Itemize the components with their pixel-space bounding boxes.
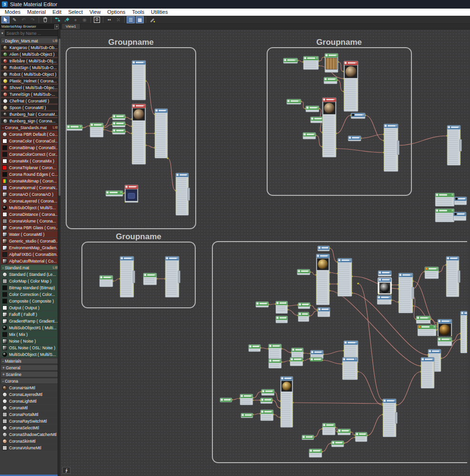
- list-item[interactable]: Composite ( Composite ): [0, 298, 60, 304]
- list-item[interactable]: CoronaSelectMtl: [0, 425, 60, 431]
- material-node[interactable]: [446, 256, 460, 297]
- material-node[interactable]: [322, 98, 336, 157]
- tab-view1[interactable]: View1: [61, 24, 80, 29]
- list-item[interactable]: MultiSubObject#1 ( Multi...: [0, 324, 60, 331]
- map-node[interactable]: [298, 312, 309, 322]
- list-item[interactable]: GradientRamp ( Gradient...: [0, 318, 60, 324]
- map-node[interactable]: [303, 132, 316, 139]
- render-map-button[interactable]: ↶: [20, 16, 28, 23]
- map-node[interactable]: [240, 394, 253, 405]
- map-node[interactable]: [435, 193, 454, 206]
- list-item[interactable]: AlphaFIXBG ( CoronaBitm...: [0, 251, 60, 257]
- list-item[interactable]: Noise ( Noise ): [0, 338, 60, 344]
- list-item[interactable]: Falloff ( Falloff ): [0, 311, 60, 317]
- map-node[interactable]: [106, 191, 123, 196]
- assign-material-to-selection-button[interactable]: [62, 16, 70, 23]
- map-node[interactable]: [143, 273, 157, 285]
- map-node[interactable]: [435, 209, 454, 222]
- section-header--standard-mat[interactable]: - Standard.matLIB: [0, 264, 60, 271]
- move-children-button[interactable]: [53, 16, 61, 23]
- material-node[interactable]: [176, 173, 190, 215]
- map-node[interactable]: [425, 267, 439, 279]
- menu-modes[interactable]: Modes: [1, 9, 24, 16]
- search-input[interactable]: [5, 30, 60, 36]
- list-item[interactable]: CoronaSkinMtl: [0, 438, 60, 444]
- list-item[interactable]: CoronaMultimap ( Coron...: [0, 178, 60, 184]
- list-item[interactable]: thunberg_hair ( CoronaM...: [0, 111, 60, 117]
- menu-utilities[interactable]: Utilities: [148, 9, 171, 16]
- map-node[interactable]: [241, 413, 253, 418]
- material-node[interactable]: [383, 399, 398, 437]
- list-item[interactable]: CoronaTriplanar ( Coron...: [0, 164, 60, 171]
- map-node[interactable]: [438, 337, 452, 346]
- map-node[interactable]: [310, 117, 324, 123]
- section-header--dagfinn-mars-mat[interactable]: - Dagfinn_Mars.matLIB: [0, 38, 60, 44]
- list-item[interactable]: Corona PBR Glass ( Coro...: [0, 224, 60, 231]
- list-item[interactable]: TunnelSign ( Multi/Sub-...: [0, 91, 60, 97]
- material-node[interactable]: [351, 113, 365, 119]
- material-node[interactable]: [348, 136, 361, 141]
- delete-selected-button[interactable]: [41, 16, 49, 23]
- list-item[interactable]: CoronaVolumeMtl: [0, 445, 60, 451]
- browser-options-dropdown-icon[interactable]: ▾: [54, 24, 59, 29]
- map-node[interactable]: [220, 398, 232, 402]
- map-node[interactable]: [338, 429, 350, 435]
- material-node[interactable]: [399, 273, 414, 313]
- binoculars-icon[interactable]: ∳: [62, 467, 70, 474]
- list-item[interactable]: trillebåre ( Multi/Sub-Obj...: [0, 58, 60, 64]
- map-node[interactable]: [291, 348, 303, 359]
- list-item[interactable]: CoronaLightMtl: [0, 398, 60, 404]
- list-item[interactable]: CoronaLayered ( Corona...: [0, 198, 60, 204]
- group-label[interactable]: Groupname: [108, 38, 153, 47]
- pick-material-button[interactable]: ✎: [10, 16, 19, 23]
- section-header--materials[interactable]: - Materials: [0, 358, 60, 364]
- list-item[interactable]: Shovel ( Multi/Sub-Objec...: [0, 84, 60, 91]
- map-node[interactable]: [309, 449, 322, 457]
- select-tool-button[interactable]: [1, 16, 10, 23]
- section-header--corona-standards-mat[interactable]: - Corona_Standards.matLIB: [0, 124, 60, 131]
- menu-options[interactable]: Options: [104, 9, 129, 16]
- map-node[interactable]: [297, 269, 310, 275]
- menu-tools[interactable]: Tools: [129, 9, 148, 16]
- map-node[interactable]: [310, 357, 322, 362]
- material-node[interactable]: [338, 258, 352, 296]
- material-node[interactable]: [342, 357, 358, 380]
- map-node[interactable]: [298, 303, 310, 309]
- list-item[interactable]: CoronaDistance ( Corona...: [0, 211, 60, 217]
- map-node[interactable]: [269, 344, 281, 359]
- list-item[interactable]: MultiSubObject ( Multi/S...: [0, 351, 60, 357]
- show-shaded-material-button[interactable]: ●: [71, 16, 80, 23]
- chevron-down-icon[interactable]: ▾: [1, 31, 3, 35]
- section-header--scanline[interactable]: + Scanline: [0, 371, 60, 377]
- material-node[interactable]: [377, 295, 391, 304]
- list-item[interactable]: MultiSubObject ( Multi/S...: [0, 204, 60, 211]
- material-node[interactable]: [453, 212, 466, 221]
- menu-edit[interactable]: Edit: [49, 9, 65, 16]
- list-item[interactable]: EnvironmentMap_Gradien...: [0, 244, 60, 251]
- map-node[interactable]: [324, 77, 337, 84]
- map-node[interactable]: [256, 302, 269, 307]
- material-node[interactable]: [280, 376, 293, 427]
- list-item[interactable]: OSL Noise ( OSL: Noise ): [0, 344, 60, 351]
- material-node[interactable]: [165, 256, 180, 297]
- map-node[interactable]: [100, 275, 113, 287]
- layout-all-vertical-toggle[interactable]: ☰: [127, 16, 135, 23]
- list-item[interactable]: thunberg_sign ( Corona...: [0, 118, 60, 124]
- material-node[interactable]: [316, 254, 330, 305]
- list-item[interactable]: Bitmap standard (Bitmap): [0, 284, 60, 291]
- map-node[interactable]: [302, 435, 314, 440]
- map-node[interactable]: [90, 123, 103, 137]
- list-item[interactable]: CoronaMtl: [0, 405, 60, 411]
- list-item[interactable]: CoronaVolume ( Corona...: [0, 218, 60, 224]
- list-item[interactable]: Standard ( Standard (Le...: [0, 271, 60, 277]
- list-item[interactable]: Water ( CoronaMtl ): [0, 231, 60, 237]
- material-preview-toggle[interactable]: ▦: [136, 16, 144, 23]
- map-node[interactable]: [261, 389, 274, 395]
- map-node[interactable]: [283, 58, 298, 63]
- map-node[interactable]: [276, 301, 288, 314]
- list-item[interactable]: CoronaNormal ( CoronaN...: [0, 184, 60, 191]
- map-node[interactable]: [112, 114, 125, 120]
- list-item[interactable]: CoronaColor ( CoronaCol...: [0, 138, 60, 144]
- show-background-button[interactable]: ◉: [80, 16, 89, 23]
- list-item[interactable]: Plastic_Helmet ( Corona...: [0, 78, 60, 84]
